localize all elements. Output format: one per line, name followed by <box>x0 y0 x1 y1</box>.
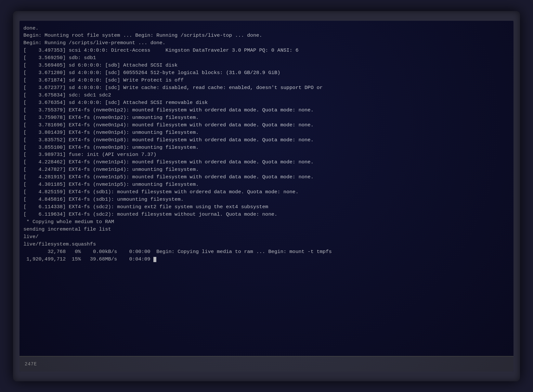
monitor-outer: done. Begin: Mounting root file system .… <box>13 11 520 381</box>
terminal: done. Begin: Mounting root file system .… <box>20 21 514 356</box>
monitor-bottom-bar: 247E <box>20 356 514 372</box>
monitor-screen: done. Begin: Mounting root file system .… <box>20 21 514 372</box>
terminal-content: done. Begin: Mounting root file system .… <box>23 25 508 263</box>
monitor-label: 247E <box>25 361 37 367</box>
